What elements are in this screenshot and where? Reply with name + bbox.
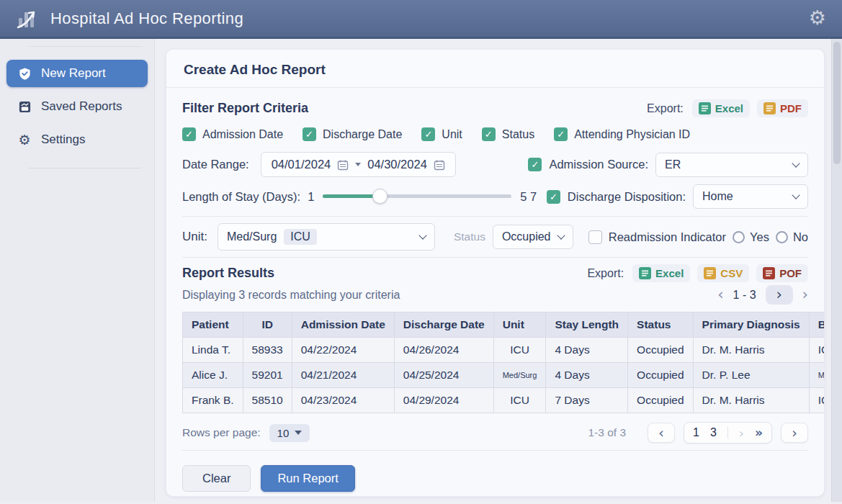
pager-next-button[interactable]: › bbox=[766, 285, 793, 305]
unit-select[interactable]: Med/Surg ICU bbox=[218, 223, 435, 251]
status-value: Occupied bbox=[502, 230, 551, 243]
checkbox-discharge-date[interactable]: ✓ Discharge Date bbox=[303, 127, 402, 141]
results-export-excel-button[interactable]: Excel bbox=[632, 264, 690, 282]
cell-unit: ICU bbox=[493, 338, 546, 363]
readmission-radio-no[interactable]: No bbox=[776, 230, 808, 244]
export-excel-button[interactable]: Excel bbox=[692, 99, 750, 117]
date-range-label: Date Range: bbox=[182, 158, 249, 171]
run-report-button[interactable]: Run Report bbox=[261, 465, 354, 492]
pager-last-icon[interactable]: › bbox=[802, 287, 808, 302]
cell-patient: Frank B. bbox=[183, 388, 243, 413]
discharge-disposition-checkbox[interactable]: ✓ bbox=[547, 190, 560, 204]
form-actions: Clear Run Report bbox=[182, 457, 808, 497]
column-header-discharge-date[interactable]: Discharge Date bbox=[394, 312, 493, 338]
column-header-unit[interactable]: Unit bbox=[493, 312, 546, 338]
sidebar: New Report Saved Reports ⚙ Settings bbox=[0, 39, 155, 502]
calendar-icon[interactable] bbox=[434, 159, 445, 171]
results-export-pof-button[interactable]: POF bbox=[756, 264, 808, 282]
discharge-disposition-select[interactable]: Home bbox=[693, 184, 808, 209]
csv-file-icon bbox=[704, 267, 716, 279]
cell-discharge-date: 04/25/2024 bbox=[394, 363, 493, 388]
unit-filter-label: Unit: bbox=[182, 230, 207, 244]
cell-id: 58933 bbox=[243, 338, 292, 363]
column-header-bed-type[interactable]: Bed Type bbox=[809, 312, 825, 338]
results-export-csv-button[interactable]: CSV bbox=[697, 264, 749, 282]
checkbox-unit[interactable]: ✓ Unit bbox=[421, 127, 462, 141]
unit-tag-icu[interactable]: ICU bbox=[284, 229, 317, 245]
pager-next-button[interactable]: › bbox=[781, 423, 808, 443]
pager-prev-button[interactable]: ‹ bbox=[648, 423, 675, 443]
export-excel-label: Excel bbox=[715, 102, 743, 114]
checkbox-label: Discharge Date bbox=[323, 128, 402, 141]
slider-max-label: 5 7 bbox=[520, 190, 537, 204]
cell-status: Occupied bbox=[628, 363, 693, 388]
cell-stay-length: 7 Days bbox=[546, 388, 628, 413]
admission-source-select[interactable]: ER bbox=[655, 153, 808, 177]
rows-per-page-select[interactable]: 10 bbox=[269, 424, 310, 442]
results-export-group: Export: Excel bbox=[587, 264, 808, 282]
export-label: Export: bbox=[647, 102, 684, 115]
column-header-id[interactable]: ID bbox=[243, 312, 292, 338]
divider bbox=[182, 216, 808, 217]
new-report-shield-icon bbox=[17, 66, 32, 81]
status-select[interactable]: Occupied bbox=[493, 225, 573, 249]
checkbox-checked-icon: ✓ bbox=[482, 127, 496, 141]
table-header-row: Patient ID Admission Date Discharge Date… bbox=[183, 312, 825, 338]
export-pdf-button[interactable]: PDF bbox=[757, 99, 808, 117]
checkbox-attending-physician-id[interactable]: ✓ Attending Physician ID bbox=[554, 127, 690, 141]
readmission-label: Readmission Indicator bbox=[609, 230, 726, 244]
main-content: Create Ad Hoc Report Filter Report Crite… bbox=[155, 39, 842, 502]
scrollbar-thumb[interactable] bbox=[833, 42, 841, 164]
cell-status: Occupied bbox=[628, 388, 693, 413]
scrollbar[interactable] bbox=[831, 39, 842, 502]
radio-label: No bbox=[793, 230, 808, 244]
cell-patient: Linda T. bbox=[183, 338, 243, 363]
table-row[interactable]: Frank B. 58510 04/23/2024 04/29/2024 ICU… bbox=[183, 388, 825, 413]
pager-last-icon[interactable]: » bbox=[755, 426, 763, 440]
readmission-checkbox[interactable] bbox=[588, 230, 602, 244]
pager-bottom: 1-3 of 3 ‹ 1 3 › » › bbox=[588, 422, 808, 444]
header-gear-icon[interactable]: ⚙ bbox=[809, 9, 826, 28]
app-header: Hospital Ad Hoc Reporting ⚙ bbox=[0, 0, 842, 39]
excel-file-icon bbox=[699, 102, 711, 114]
page-title: Create Ad Hoc Report bbox=[166, 50, 824, 88]
admission-source-checkbox[interactable]: ✓ bbox=[528, 158, 542, 171]
column-header-primary-diagnosis[interactable]: Primary Diagnosis bbox=[693, 312, 809, 338]
column-header-stay-length[interactable]: Stay Length bbox=[546, 312, 628, 338]
divider bbox=[182, 257, 808, 258]
calendar-icon[interactable] bbox=[337, 159, 349, 171]
radio-icon bbox=[776, 231, 788, 243]
column-header-admission-date[interactable]: Admission Date bbox=[292, 312, 394, 338]
slider-thumb[interactable] bbox=[372, 189, 388, 204]
readmission-radio-yes[interactable]: Yes bbox=[733, 230, 769, 244]
date-range-picker[interactable]: 04/01/2024 04/30/2024 bbox=[261, 152, 456, 177]
clear-button[interactable]: Clear bbox=[182, 465, 251, 492]
pager-page-1[interactable]: 1 bbox=[693, 426, 699, 439]
pager-page-group: 1 3 › » bbox=[684, 422, 772, 444]
table-row[interactable]: Linda T. 58933 04/22/2024 04/26/2024 ICU… bbox=[183, 338, 825, 363]
sidebar-item-label: Saved Reports bbox=[41, 99, 122, 114]
pdf-file-icon bbox=[763, 102, 776, 114]
end-date-value[interactable]: 04/30/2024 bbox=[367, 158, 427, 171]
pager-page-3[interactable]: 3 bbox=[710, 426, 717, 439]
admission-source-label: Admission Source: bbox=[549, 158, 648, 171]
length-of-stay-slider[interactable] bbox=[323, 189, 511, 204]
checkbox-label: Admission Date bbox=[202, 128, 283, 141]
pager-next-icon[interactable]: › bbox=[739, 426, 744, 441]
cell-patient: Alice J. bbox=[183, 363, 243, 388]
chevron-down-icon bbox=[792, 191, 800, 199]
column-header-status[interactable]: Status bbox=[628, 312, 693, 338]
checkbox-admission-date[interactable]: ✓ Admission Date bbox=[182, 127, 283, 141]
excel-file-icon bbox=[639, 267, 651, 279]
sidebar-item-settings[interactable]: ⚙ Settings bbox=[6, 126, 148, 153]
sidebar-item-saved-reports[interactable]: Saved Reports bbox=[6, 93, 148, 120]
checkbox-label: Unit bbox=[442, 128, 462, 141]
table-row[interactable]: Alice J. 59201 04/21/2024 04/25/2024 Med… bbox=[183, 363, 825, 388]
cell-bed-type: ICU bbox=[809, 338, 825, 363]
sidebar-item-new-report[interactable]: New Report bbox=[6, 60, 148, 87]
start-date-value[interactable]: 04/01/2024 bbox=[272, 158, 331, 171]
column-header-patient[interactable]: Patient bbox=[183, 312, 243, 338]
pager-prev-icon[interactable]: ‹ bbox=[717, 287, 723, 302]
checkbox-status[interactable]: ✓ Status bbox=[482, 127, 534, 141]
radio-icon bbox=[733, 231, 745, 243]
